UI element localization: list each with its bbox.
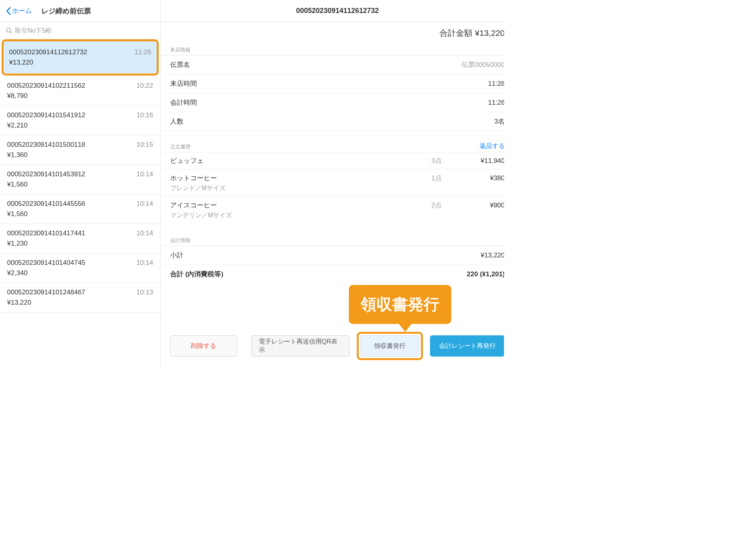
pay-time-label: 会計時間 (170, 98, 197, 107)
receipt-highlight: 領収書発行 (357, 332, 423, 360)
grand-total-row: 合計 (内消費税等) 220 (¥1,201) (161, 265, 504, 283)
transaction-amount: ¥1,560 (7, 181, 153, 189)
order-qty: 1点 (379, 174, 442, 183)
slip-label: 伝票名 (170, 60, 190, 69)
transaction-id: 000520230914101248467 (7, 288, 85, 296)
order-sub: ブレンド／Mサイズ (170, 184, 504, 192)
return-link[interactable]: 返品する (480, 142, 504, 150)
transaction-item[interactable]: 00052023091410154191210:16¥2,210 (0, 106, 160, 135)
transaction-id: 000520230914101500118 (7, 141, 85, 149)
subtotal-value: ¥13,220 (481, 251, 504, 259)
transaction-id: 000520230914101404745 (7, 259, 85, 267)
grand-value: 220 (¥1,201) (467, 270, 504, 278)
left-title: レジ締め前伝票 (41, 6, 91, 16)
transaction-time: 10:14 (136, 200, 153, 208)
transaction-item[interactable]: 00052023091410140474510:14¥2,340 (0, 253, 160, 283)
detail-pane: 000520230914112612732 合計金額 ¥13,220 来店情報 … (161, 0, 504, 367)
back-label: ホーム (12, 6, 32, 15)
pay-time-value: 11:28 (488, 99, 504, 107)
people-row: 人数 3名 (161, 112, 504, 131)
account-section-title: 会計情報 (161, 224, 504, 246)
order-name: ホットコーヒー (170, 174, 379, 183)
transaction-amount: ¥1,230 (7, 240, 153, 248)
pay-time-row: 会計時間 11:28 (161, 93, 504, 112)
slip-name-row: 伝票名 伝票00050000 (161, 55, 504, 74)
transaction-amount: ¥8,790 (7, 92, 153, 100)
order-section-head: 注文履歴 返品する (161, 131, 504, 152)
total-label: 合計金額 (439, 28, 472, 37)
transaction-time: 10:13 (136, 288, 153, 296)
order-price: ¥11,940 (442, 157, 504, 165)
order-qty: 2点 (379, 201, 442, 210)
transaction-time: 10:16 (136, 111, 153, 119)
order-list: ビュッフェ3点¥11,940ホットコーヒー1点¥380ブレンド／Mサイズアイスコ… (161, 152, 504, 224)
visit-time-label: 来店時間 (170, 79, 197, 88)
transaction-item[interactable]: 00052023091410141744110:14¥1,230 (0, 224, 160, 253)
delete-button[interactable]: 削除する (170, 335, 237, 357)
order-row: アイスコーヒー2点¥900マンデリン／Mサイズ (161, 197, 504, 224)
visit-time-row: 来店時間 11:28 (161, 74, 504, 93)
transaction-item-selected[interactable]: 00052023091411261273211:28¥13,220 (2, 39, 159, 76)
transaction-id: 000520230914101445556 (7, 200, 85, 208)
transaction-time: 10:14 (136, 229, 153, 237)
order-name: ビュッフェ (170, 156, 379, 165)
back-button[interactable]: ホーム (3, 5, 34, 17)
total-value: ¥13,220 (475, 28, 504, 37)
transaction-list[interactable]: 00052023091411261273211:28¥13,2200005202… (0, 39, 160, 367)
order-qty: 3点 (379, 156, 442, 165)
left-header: ホーム レジ締め前伝票 (0, 0, 160, 22)
chevron-left-icon (6, 7, 11, 15)
transaction-item[interactable]: 00052023091410150011810:15¥1,360 (0, 135, 160, 165)
search-row[interactable] (0, 22, 160, 39)
transaction-id: 000520230914101417441 (7, 229, 85, 237)
order-sub: マンデリン／Mサイズ (170, 211, 504, 220)
transaction-amount: ¥1,360 (7, 151, 153, 159)
transaction-amount: ¥2,340 (7, 269, 153, 277)
visit-section-title: 来店情報 (161, 43, 504, 55)
svg-line-1 (10, 31, 12, 33)
search-icon (6, 27, 13, 34)
transaction-id: 000520230914102211562 (7, 82, 85, 90)
qr-button[interactable]: 電子レシート再送信用QR表示 (251, 335, 350, 357)
slip-value: 伝票00050000 (461, 60, 504, 69)
total-bar: 合計金額 ¥13,220 (161, 22, 504, 43)
subtotal-label: 小計 (170, 251, 183, 260)
transaction-item[interactable]: 00052023091410221156210:22¥8,790 (0, 76, 160, 106)
grand-label: 合計 (内消費税等) (170, 270, 223, 279)
people-label: 人数 (170, 117, 183, 126)
transaction-time: 11:28 (134, 48, 151, 56)
people-value: 3名 (495, 117, 504, 126)
transaction-item[interactable]: 00052023091410144555610:14¥1,560 (0, 194, 160, 224)
transaction-item[interactable]: 00052023091410124846710:13¥13,220 (0, 283, 160, 312)
search-input[interactable] (15, 27, 155, 34)
order-row: ホットコーヒー1点¥380ブレンド／Mサイズ (161, 170, 504, 197)
visit-time-value: 11:28 (488, 80, 504, 88)
action-bar: 削除する 電子レシート再送信用QR表示 領収書発行 会計レシート再発行 (161, 325, 504, 367)
transaction-amount: ¥2,210 (7, 122, 153, 129)
transaction-sidebar: ホーム レジ締め前伝票 00052023091411261273211:28¥1… (0, 0, 161, 367)
subtotal-row: 小計 ¥13,220 (161, 246, 504, 265)
transaction-time: 10:15 (136, 141, 153, 149)
callout-bubble: 領収書発行 (349, 285, 451, 324)
reprint-button[interactable]: 会計レシート再発行 (430, 335, 504, 357)
order-price: ¥900 (442, 202, 504, 209)
transaction-id: 000520230914112612732 (9, 48, 87, 56)
transaction-amount: ¥13,220 (7, 299, 153, 307)
detail-header: 000520230914112612732 (161, 0, 504, 22)
transaction-id: 000520230914101453912 (7, 170, 85, 178)
transaction-time: 10:22 (136, 82, 153, 90)
transaction-amount: ¥13,220 (9, 59, 151, 67)
order-name: アイスコーヒー (170, 201, 379, 210)
order-row: ビュッフェ3点¥11,940 (161, 152, 504, 170)
order-section-title: 注文履歴 (170, 143, 191, 150)
transaction-time: 10:14 (136, 170, 153, 178)
order-price: ¥380 (442, 174, 504, 182)
transaction-time: 10:14 (136, 259, 153, 267)
receipt-button[interactable]: 領収書発行 (360, 335, 419, 357)
transaction-amount: ¥1,560 (7, 210, 153, 218)
transaction-id: 000520230914101541912 (7, 111, 85, 119)
transaction-item[interactable]: 00052023091410145391210:14¥1,560 (0, 165, 160, 194)
